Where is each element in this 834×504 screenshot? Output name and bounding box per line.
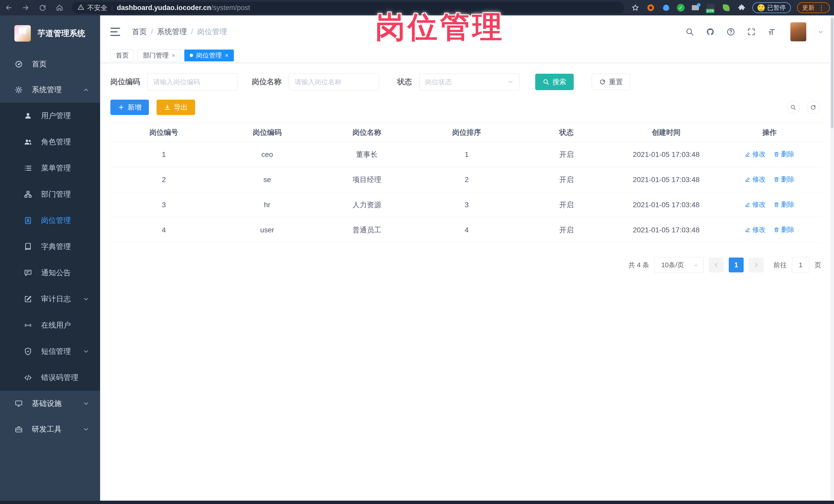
menu-item-label: 审计日志 — [41, 294, 71, 304]
sidebar-subitem-错误码管理[interactable]: 错误码管理 — [0, 365, 100, 391]
cell-code: user — [217, 217, 317, 243]
extension-gtr-icon[interactable]: GTR — [706, 3, 716, 12]
edit-link[interactable]: 修改 — [745, 200, 766, 209]
page-header: 首页/系统管理/岗位管理 — [100, 16, 834, 48]
app-title: 芋道管理系统 — [38, 28, 85, 39]
breadcrumb-item-岗位管理: 岗位管理 — [197, 27, 227, 37]
show-search-toggle-button[interactable] — [787, 101, 799, 114]
extension-orange-icon[interactable] — [646, 3, 655, 12]
tag-tab-岗位管理[interactable]: 岗位管理× — [184, 49, 234, 61]
scrollbar-thumb[interactable] — [831, 18, 833, 128]
avatar-caret-down-icon[interactable] — [817, 29, 824, 35]
menu-item-label: 错误码管理 — [41, 373, 78, 383]
reload-icon[interactable] — [38, 3, 47, 12]
close-icon[interactable]: × — [172, 52, 175, 59]
sidebar-subitem-审计日志[interactable]: 审计日志 — [0, 286, 100, 312]
sidebar-subitem-部门管理[interactable]: 部门管理 — [0, 181, 100, 207]
sidebar-item-系统管理[interactable]: 系统管理 — [0, 77, 100, 103]
delete-link[interactable]: 删除 — [773, 175, 794, 184]
sidebar-subitem-菜单管理[interactable]: 菜单管理 — [0, 155, 100, 181]
sidebar-subitem-角色管理[interactable]: 角色管理 — [0, 129, 100, 155]
url-text[interactable]: dashboard.yudao.iocoder.cn/system/post — [117, 4, 250, 12]
delete-link[interactable]: 删除 — [773, 225, 794, 234]
bookmark-star-icon[interactable] — [631, 3, 640, 12]
sidebar-subitem-短信管理[interactable]: 短信管理 — [0, 338, 100, 365]
back-icon[interactable] — [4, 3, 13, 12]
export-button[interactable]: 导出 — [157, 100, 195, 115]
extension-pin-icon[interactable] — [661, 3, 671, 12]
tag-tab-部门管理[interactable]: 部门管理× — [137, 49, 181, 61]
add-button[interactable]: 新增 — [110, 100, 149, 115]
dept-tree-icon — [24, 190, 32, 199]
next-page-button[interactable] — [749, 258, 764, 272]
close-icon[interactable]: × — [225, 52, 228, 59]
sidebar-item-研发工具[interactable]: 研发工具 — [0, 416, 100, 442]
table-body: 1ceo董事长1开启2021-01-05 17:03:48修改删除2se项目经理… — [110, 142, 823, 243]
role-icon — [24, 138, 32, 146]
app-logo-row[interactable]: 芋道管理系统 — [0, 16, 100, 51]
sidebar-subitem-通知公告[interactable]: 通知公告 — [0, 260, 100, 286]
kebab-menu-icon[interactable]: ⋮ — [818, 4, 825, 12]
goto-page-input[interactable] — [792, 257, 809, 273]
extension-check-icon[interactable]: ✓ — [677, 4, 685, 12]
sidebar-subitem-岗位管理[interactable]: 岗位管理 — [0, 207, 100, 234]
cell-sort: 2 — [417, 167, 517, 192]
chevron-down-icon — [693, 262, 699, 268]
extension-leaf-icon[interactable] — [722, 3, 731, 12]
notice-icon — [24, 268, 32, 277]
active-dot — [190, 54, 193, 57]
sidebar-subitem-字典管理[interactable]: 字典管理 — [0, 234, 100, 260]
forward-icon[interactable] — [21, 3, 30, 12]
page-scrollbar[interactable] — [830, 16, 834, 501]
security-label[interactable]: 不安全 — [87, 3, 107, 12]
font-size-icon[interactable] — [767, 27, 776, 37]
breadcrumb-separator: / — [151, 27, 153, 36]
sidebar-subitem-在线用户[interactable]: 在线用户 — [0, 312, 100, 338]
add-button-label: 新增 — [128, 103, 141, 112]
cell-id: 4 — [110, 217, 217, 243]
extension-people-icon[interactable] — [691, 3, 700, 12]
refresh-button[interactable] — [807, 101, 820, 114]
sidebar-menu-bottom: 基础设施研发工具 — [0, 391, 100, 442]
page-size-select[interactable]: 10条/页 — [654, 257, 704, 273]
sidebar-subitem-用户管理[interactable]: 用户管理 — [0, 103, 100, 129]
search-button[interactable]: 搜索 — [535, 74, 574, 90]
sidebar-item-首页[interactable]: 首页 — [0, 51, 100, 77]
delete-label: 删除 — [781, 225, 794, 234]
help-icon[interactable] — [726, 27, 736, 37]
breadcrumb-item-系统管理[interactable]: 系统管理 — [157, 27, 187, 37]
post-name-input[interactable] — [289, 73, 379, 90]
prev-page-button[interactable] — [709, 258, 724, 272]
page-size-value: 10条/页 — [661, 261, 684, 269]
reset-button[interactable]: 重置 — [592, 74, 630, 90]
edit-link[interactable]: 修改 — [745, 175, 766, 184]
profile-paused-badge[interactable]: 已暂停 — [752, 2, 791, 13]
user-avatar[interactable] — [790, 22, 806, 41]
delete-link[interactable]: 删除 — [773, 150, 794, 159]
status-select[interactable]: 岗位状态 — [419, 73, 520, 90]
delete-link[interactable]: 删除 — [773, 200, 794, 209]
update-button[interactable]: 更新 ⋮ — [797, 2, 830, 13]
extensions-puzzle-icon[interactable] — [737, 3, 746, 12]
column-header-岗位排序: 岗位排序 — [417, 123, 517, 142]
github-icon[interactable] — [706, 27, 715, 37]
cell-created: 2021-01-05 17:03:48 — [616, 217, 716, 243]
cell-actions: 修改删除 — [716, 167, 823, 192]
tag-tab-首页[interactable]: 首页 — [110, 49, 134, 61]
post-code-input[interactable] — [147, 73, 238, 90]
home-icon[interactable] — [55, 3, 64, 12]
cell-name: 人力资源 — [317, 192, 417, 217]
edit-link[interactable]: 修改 — [745, 225, 766, 234]
table-row: 4user普通员工4开启2021-01-05 17:03:48修改删除 — [110, 217, 823, 243]
breadcrumb-item-首页[interactable]: 首页 — [132, 27, 147, 37]
cell-status: 开启 — [517, 192, 616, 217]
search-icon[interactable] — [685, 27, 694, 37]
edit-label: 修改 — [752, 200, 766, 209]
edit-link[interactable]: 修改 — [745, 150, 766, 159]
page-number-button[interactable]: 1 — [729, 258, 744, 272]
sidebar-collapse-icon[interactable] — [110, 28, 120, 36]
dev-tools-icon — [14, 425, 23, 434]
address-bar[interactable]: 不安全 dashboard.yudao.iocoder.cn/system/po… — [72, 2, 624, 14]
fullscreen-icon[interactable] — [747, 27, 756, 37]
sidebar-item-基础设施[interactable]: 基础设施 — [0, 391, 100, 416]
